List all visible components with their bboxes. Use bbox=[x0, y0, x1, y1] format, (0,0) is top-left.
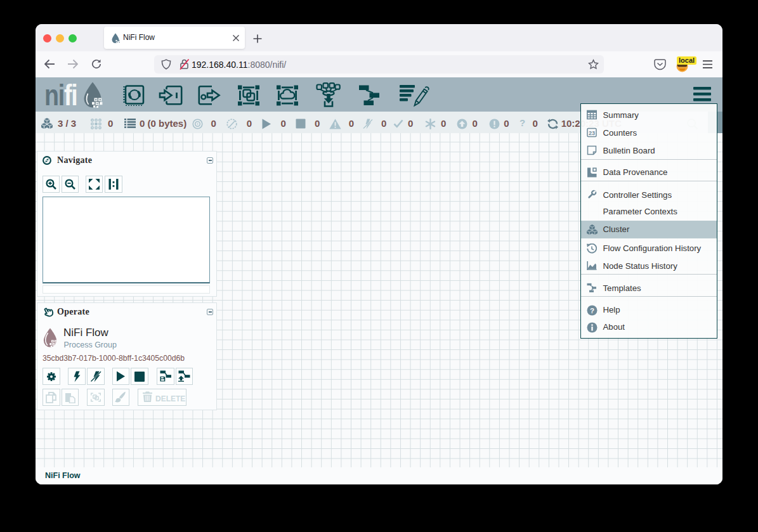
svg-text:?: ? bbox=[590, 306, 594, 314]
svg-text:23: 23 bbox=[589, 130, 595, 136]
